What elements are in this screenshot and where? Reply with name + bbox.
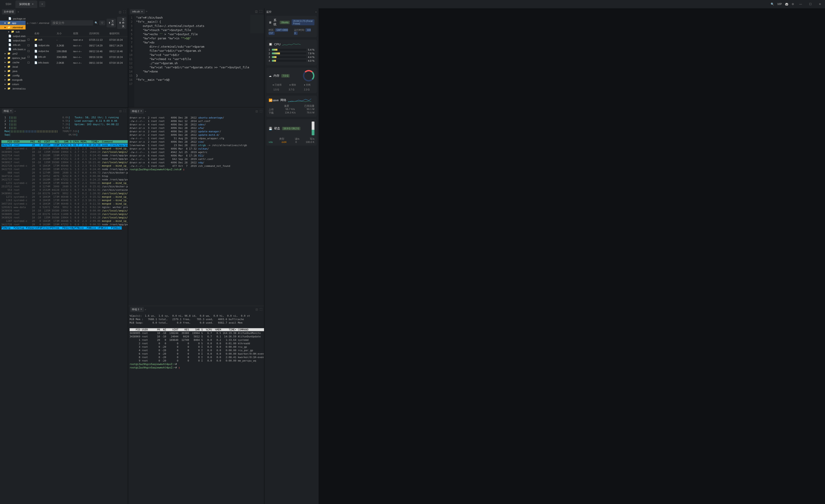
search-input[interactable] (51, 20, 93, 25)
tree-item[interactable]: ▸ 📁 .java (0, 69, 25, 73)
cpu-core-row: 15.4 % (269, 48, 314, 51)
tree-item[interactable]: ▸ 📁 .xterminal (0, 25, 25, 29)
editor-panel: info.sh× + ◫⛶ 1234567891011121314151617 … (128, 8, 264, 107)
cpu-core-row: 44.0 % (269, 59, 314, 62)
favorite-button[interactable]: ♡ (99, 20, 105, 25)
tree-item[interactable]: ▸ 📁 .config (0, 73, 25, 78)
file-manager-panel: 文件管理 + ◫⛶ 📄 package.xml▸ 📁 app▸ 📁 .xterm… (0, 8, 128, 107)
minimap[interactable] (250, 15, 264, 33)
fm-tab[interactable]: 文件管理 (2, 9, 16, 14)
close-icon[interactable]: × (32, 3, 33, 6)
editor-tab[interactable]: info.sh× (130, 9, 145, 14)
terminal-1[interactable]: 1 [|||| 8.6%] Tasks: 58, 252 thr; 1 runn… (0, 114, 128, 504)
expand-icon[interactable]: ⛶ (123, 10, 126, 14)
file-table[interactable]: 名称大小权限访问时间修改时间 ☐📁 sub-rwxr-xr-x07/25 11:… (25, 30, 128, 107)
session-tabs: SSH 深圳转发× + (2, 0, 45, 8)
tree-item[interactable]: ▸ 📁 mongodb (0, 78, 25, 82)
tab-ssh[interactable]: SSH (2, 1, 15, 8)
add-terminal-tab[interactable]: + (14, 110, 16, 112)
disk-icon: 💾 (269, 127, 272, 130)
close-icon[interactable]: × (141, 10, 143, 13)
split-icon[interactable]: ◫ (255, 10, 257, 13)
close-icon[interactable]: × (140, 109, 142, 113)
mem-total-badge: 7.5 G (281, 74, 290, 78)
file-row[interactable]: ☐📁 sub-rwxr-xr-x07/25 11:1307/18 16:24 (25, 37, 128, 43)
terminal-2[interactable]: drwxr-xr-x 2 root root 4096 Dec 28 2022 … (128, 114, 264, 306)
monitor-panel: 监控 × 🖥系统 Ubuntu 20.04.5 LTS (Focal Fossa… (265, 8, 319, 504)
maximize-button[interactable]: ☐ (807, 1, 814, 7)
tab-label: SSH (5, 3, 11, 6)
vip-badge[interactable]: VIP (777, 3, 782, 6)
expand-icon[interactable]: ⛶ (260, 110, 262, 113)
terminal-2-tab[interactable]: 终端 2× (130, 109, 144, 114)
add-terminal-tab[interactable]: + (145, 110, 146, 113)
tree-item[interactable]: 📄 info.sh (0, 43, 25, 47)
tab-shenzhen[interactable]: 深圳转发× (15, 0, 37, 8)
breadcrumb[interactable]: / root/ .xterminal (30, 22, 49, 24)
expand-icon[interactable]: ⛶ (123, 109, 126, 112)
tree-item[interactable]: ▸ 📁 coturn (0, 82, 25, 86)
terminal-right-panel: 终端 2× + ◫⛶ drwxr-xr-x 2 root root 4096 D… (128, 108, 264, 504)
file-row[interactable]: ☐📄 info.basic2.0KiBrw-r--r--08/11 16:540… (25, 60, 128, 66)
memory-card: ☁内存 7.5 G ● 已使用 ● 缓存 ● 空闲 1.5 G 3.7 G 2.… (266, 68, 317, 93)
tree-item[interactable]: ▸ 📁 app (0, 21, 25, 25)
cpu-core-row: 34.4 % (269, 56, 314, 59)
tree-item[interactable]: ▸ 📁 .cache (0, 60, 25, 65)
cloud-icon: ☁ (269, 74, 272, 78)
tree-item[interactable]: ▸ 📁 opencv_build (0, 56, 25, 60)
terminal-3[interactable]: %Cpu(s): 1.6 us, 1.6 sy, 0.0 ni, 96.8 id… (128, 313, 264, 504)
close-icon[interactable]: × (10, 109, 11, 113)
network-card: 📶save网络 速度已用流量 上传56.7 K/s90.1 M 下载134.3 … (266, 95, 317, 117)
upload-file-button[interactable]: ⬆ 文件 (106, 19, 116, 27)
tree-item[interactable]: ▸ 📁 .terminal.icu (0, 86, 25, 91)
emoji-icon[interactable]: 🐼 (785, 3, 789, 6)
system-card: 🖥系统 Ubuntu 20.04.5 LTS (Focal Fossa) 时区:… (266, 16, 317, 37)
expand-icon[interactable]: ⛶ (259, 10, 262, 13)
file-row[interactable]: ☐📄 output.ba199.0BiBrw-r--r--08/12 16:46… (25, 48, 128, 54)
tree-item[interactable]: ▸ 📁 sub (0, 29, 25, 34)
file-tree[interactable]: 📄 package.xml▸ 📁 app▸ 📁 .xterminal▸ 📁 su… (0, 15, 25, 107)
titlebar: SSH 深圳转发× + 🔍 VIP 🐼 ⚙ — ☐ ✕ (0, 0, 825, 8)
split-icon[interactable]: ◫ (255, 308, 258, 311)
split-icon[interactable]: ◫ (119, 10, 121, 14)
tree-item[interactable]: ▸ 📁 .local (0, 65, 25, 69)
add-fm-tab[interactable]: + (17, 10, 19, 14)
net-sparkline (288, 98, 311, 102)
close-icon[interactable]: × (315, 11, 317, 13)
terminal-3-tab[interactable]: 终端 3× (130, 307, 144, 312)
split-icon[interactable]: ◫ (119, 109, 122, 112)
tree-item[interactable]: 📄 info.basic.sh (0, 47, 25, 51)
add-editor-tab[interactable]: + (146, 10, 148, 13)
tree-item[interactable]: 📄 package.xml (0, 16, 25, 21)
disk-usage-badge: 18.9 G / 39.2 G (282, 127, 300, 130)
code-editor[interactable]: 1234567891011121314151617 "cm">#!/bin/ba… (128, 15, 264, 107)
split-icon[interactable]: ◫ (255, 110, 258, 113)
expand-icon[interactable]: ⛶ (260, 308, 262, 311)
monitor-title: 监控 (266, 10, 272, 14)
home-icon[interactable]: ⌂ (27, 22, 28, 24)
cpu-core-row: 27.8 % (269, 52, 314, 55)
file-row[interactable]: ☐📄 info.sh334.0BiBrw-r--r--08/16 16:5607… (25, 54, 128, 60)
search-icon[interactable]: 🔍 (95, 21, 98, 24)
terminal-tab[interactable]: 终端× (2, 109, 13, 113)
wifi-icon: 📶save (269, 98, 279, 102)
settings-icon[interactable]: ⚙ (792, 3, 794, 6)
tree-item[interactable]: ▸ 📁 .pm2 (0, 51, 25, 56)
add-terminal-tab[interactable]: + (145, 308, 146, 311)
cpu-sparkline (282, 42, 301, 47)
file-row[interactable]: ☐📄 output.sta3.2KiBrw-r--r--08/17 14:290… (25, 43, 128, 48)
disk-card: 💾硬盘 18.9 G / 39.2 G 类型读/s写/s vdaext40100… (266, 119, 317, 146)
search-icon[interactable]: 🔍 (771, 3, 774, 6)
close-button[interactable]: ✕ (817, 1, 823, 7)
os-version-badge: 20.04.5 LTS (Focal Fossa) (292, 19, 314, 25)
upload-folder-button[interactable]: ⬆ 文件夹 (117, 17, 126, 29)
close-icon[interactable]: × (140, 308, 142, 311)
tree-item[interactable]: 📄 output.stats (0, 34, 25, 38)
cpu-card: 🔲CPU 15.4 %27.8 %34.4 %44.0 % (266, 39, 317, 65)
minimize-button[interactable]: — (798, 1, 804, 7)
add-tab-button[interactable]: + (39, 1, 45, 7)
tab-label: 深圳转发 (19, 2, 30, 6)
cpu-icon: 🔲 (269, 43, 272, 46)
mem-gauge (303, 70, 314, 81)
tree-item[interactable]: 📄 output.basic. (0, 38, 25, 43)
